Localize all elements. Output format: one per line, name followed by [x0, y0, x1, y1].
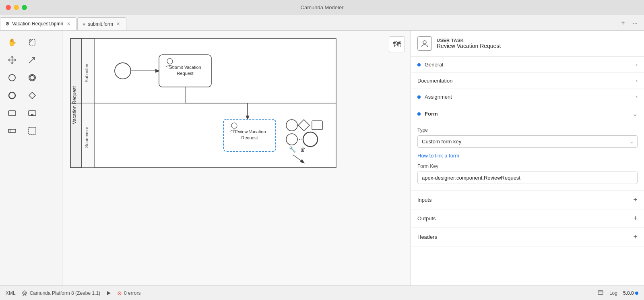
- bpmn-tab-icon: ⚙: [5, 21, 10, 27]
- section-inputs[interactable]: Inputs +: [411, 191, 644, 209]
- app-title: Camunda Modeler: [301, 4, 344, 10]
- svg-rect-13: [8, 129, 16, 132]
- section-documentation[interactable]: Documentation ›: [411, 73, 644, 89]
- svg-rect-15: [29, 127, 36, 134]
- svg-rect-12: [31, 114, 33, 116]
- assignment-dot: [417, 95, 421, 99]
- svg-point-24: [115, 63, 131, 79]
- gateway-tool[interactable]: [23, 88, 41, 103]
- close-button[interactable]: [6, 5, 11, 10]
- panel-task-type: USER TASK: [437, 38, 501, 43]
- how-to-link[interactable]: How to link a form: [417, 153, 638, 159]
- group-tool[interactable]: [23, 123, 41, 139]
- form-label: Form: [425, 111, 629, 117]
- tool-row-4: [3, 88, 59, 103]
- connect-tool[interactable]: [23, 52, 41, 68]
- svg-rect-11: [29, 111, 36, 116]
- svg-text:🔧: 🔧: [289, 146, 296, 153]
- lasso-tool[interactable]: [23, 35, 41, 50]
- traffic-lights: [6, 5, 27, 10]
- event-tool[interactable]: [3, 70, 21, 85]
- svg-point-37: [286, 120, 297, 131]
- svg-point-5: [9, 74, 15, 81]
- log-label[interactable]: Log: [609, 290, 617, 296]
- tab-form[interactable]: ≡ submit.form ✕: [77, 17, 126, 30]
- outputs-plus-icon[interactable]: +: [633, 214, 638, 223]
- svg-text:Review Vacation: Review Vacation: [233, 129, 266, 134]
- notification-icon[interactable]: [597, 289, 604, 297]
- general-chevron: ›: [636, 62, 638, 68]
- maximize-button[interactable]: [22, 5, 27, 10]
- intermediate-event-tool[interactable]: [23, 70, 41, 85]
- form-dot: [417, 112, 421, 116]
- error-icon: ⊗: [117, 290, 122, 296]
- more-tabs-button[interactable]: ···: [630, 18, 640, 28]
- svg-point-7: [30, 76, 35, 80]
- form-key-label: Form Key: [417, 163, 638, 169]
- bpmn-tab-label: Vacation Request.bpmn: [12, 21, 63, 27]
- form-tab-label: submit.form: [88, 21, 113, 27]
- svg-marker-48: [107, 291, 111, 295]
- svg-point-42: [303, 132, 318, 147]
- svg-text:Vacation Request: Vacation Request: [72, 86, 77, 124]
- svg-text:Request: Request: [177, 71, 194, 76]
- end-event-tool[interactable]: [3, 88, 21, 103]
- type-field-label: Type: [417, 127, 638, 133]
- svg-text:Submit Vacation: Submit Vacation: [169, 65, 201, 70]
- svg-marker-9: [29, 92, 35, 99]
- subprocess-tool[interactable]: [23, 106, 41, 121]
- tabbar: ⚙ Vacation Request.bpmn ✕ ≡ submit.form …: [0, 15, 644, 31]
- form-section-header[interactable]: Form ⌄: [411, 105, 644, 122]
- form-section: Form ⌄ Type Camunda Form Custom form key…: [411, 105, 644, 191]
- pool-tool[interactable]: [3, 123, 21, 139]
- version-label: 5.0.0: [623, 290, 638, 296]
- form-tab-close[interactable]: ✕: [116, 21, 121, 27]
- svg-text:Request: Request: [242, 135, 258, 140]
- status-right: Log 5.0.0: [597, 289, 638, 297]
- play-icon: [106, 290, 111, 296]
- toolbar: ✋: [0, 31, 62, 286]
- type-select-wrap: Camunda Form Custom form key External ⌄: [417, 135, 638, 148]
- task-tool[interactable]: [3, 106, 21, 121]
- section-general[interactable]: General ›: [411, 57, 644, 73]
- canvas[interactable]: Vacation Request Submitter Supervisor Su…: [62, 31, 411, 286]
- hand-tool[interactable]: ✋: [3, 35, 21, 50]
- assignment-label: Assignment: [425, 94, 633, 100]
- tool-row-5: [3, 106, 59, 121]
- svg-line-4: [29, 58, 35, 63]
- titlebar: Camunda Modeler: [0, 0, 644, 15]
- errors-item[interactable]: ⊗ 0 errors: [117, 290, 140, 296]
- svg-rect-10: [8, 111, 16, 116]
- tab-bpmn[interactable]: ⚙ Vacation Request.bpmn ✕: [0, 17, 76, 30]
- section-assignment[interactable]: Assignment ›: [411, 89, 644, 105]
- errors-label: 0 errors: [124, 290, 140, 296]
- section-outputs[interactable]: Outputs +: [411, 209, 644, 228]
- svg-point-47: [24, 292, 25, 294]
- svg-line-1: [29, 39, 32, 42]
- bpmn-tab-close[interactable]: ✕: [66, 21, 71, 27]
- xml-label: XML: [6, 290, 16, 296]
- section-headers[interactable]: Headers +: [411, 228, 644, 246]
- move-tool[interactable]: [3, 52, 21, 68]
- add-tab-button[interactable]: +: [618, 18, 628, 28]
- task-type-icon: [417, 36, 432, 51]
- platform-label: Camunda Platform 8 (Zeebe 1.1): [30, 290, 100, 296]
- headers-label: Headers: [417, 234, 633, 240]
- bpmn-diagram: Vacation Request Submitter Supervisor Su…: [62, 31, 344, 176]
- map-button[interactable]: 🗺: [389, 36, 405, 52]
- form-tab-icon: ≡: [83, 21, 85, 27]
- rocket-icon: [21, 290, 28, 296]
- panel-task-name: Review Vacation Request: [437, 43, 501, 49]
- xml-item[interactable]: XML: [6, 290, 16, 296]
- type-select[interactable]: Camunda Form Custom form key External: [417, 135, 638, 148]
- form-key-input[interactable]: [417, 172, 638, 184]
- tool-row-1: ✋: [3, 35, 59, 50]
- headers-plus-icon[interactable]: +: [633, 233, 638, 241]
- minimize-button[interactable]: [14, 5, 19, 10]
- svg-rect-39: [312, 121, 322, 130]
- inputs-plus-icon[interactable]: +: [633, 196, 638, 204]
- properties-panel: USER TASK Review Vacation Request Genera…: [411, 31, 644, 286]
- svg-rect-49: [598, 291, 603, 294]
- play-item[interactable]: [106, 290, 111, 296]
- panel-header: USER TASK Review Vacation Request: [411, 31, 644, 57]
